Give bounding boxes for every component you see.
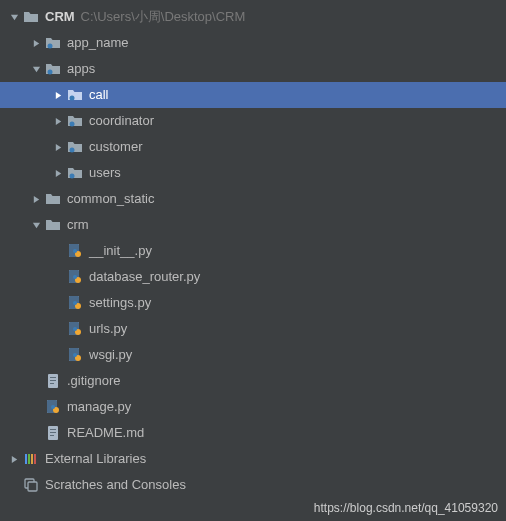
chevron-down-icon[interactable] <box>28 217 44 233</box>
tree-item-label: coordinator <box>89 108 154 134</box>
chevron-right-icon[interactable] <box>28 191 44 207</box>
tree-row-manage.py[interactable]: manage.py <box>0 394 506 420</box>
svg-point-1 <box>48 70 53 75</box>
tree-row-settings.py[interactable]: settings.py <box>0 290 506 316</box>
project-tree[interactable]: CRMC:\Users\小周\Desktop\CRMapp_nameappsca… <box>0 0 506 498</box>
svg-rect-27 <box>50 377 56 378</box>
svg-rect-36 <box>50 432 56 433</box>
tree-item-label: README.md <box>67 420 144 446</box>
pyfile-icon <box>66 346 84 364</box>
chevron-down-icon[interactable] <box>6 9 22 25</box>
tree-item-label: app_name <box>67 30 128 56</box>
chevron-right-icon[interactable] <box>6 451 22 467</box>
folder-icon <box>44 190 62 208</box>
tree-item-label: users <box>89 160 121 186</box>
tree-row-app_name[interactable]: app_name <box>0 30 506 56</box>
tree-item-label: database_router.py <box>89 264 200 290</box>
package-icon <box>44 60 62 78</box>
tree-item-label: call <box>89 82 109 108</box>
tree-item-label: External Libraries <box>45 446 146 472</box>
tree-item-label: Scratches and Consoles <box>45 472 186 498</box>
root-path: C:\Users\小周\Desktop\CRM <box>81 4 246 30</box>
package-icon <box>66 164 84 182</box>
tree-item-label: crm <box>67 212 89 238</box>
svg-point-2 <box>70 96 75 101</box>
tree-row-users[interactable]: users <box>0 160 506 186</box>
tree-row-crm[interactable]: crm <box>0 212 506 238</box>
svg-rect-37 <box>50 435 54 436</box>
tree-row-coordinator[interactable]: coordinator <box>0 108 506 134</box>
tree-row-__init__.py[interactable]: __init__.py <box>0 238 506 264</box>
tree-item-label: .gitignore <box>67 368 120 394</box>
chevron-down-icon[interactable] <box>28 61 44 77</box>
svg-rect-28 <box>50 380 56 381</box>
textfile-icon <box>44 424 62 442</box>
svg-point-9 <box>73 249 77 253</box>
pyfile-icon <box>66 320 84 338</box>
tree-item-label: manage.py <box>67 394 131 420</box>
package-icon <box>66 112 84 130</box>
folder-icon <box>22 8 40 26</box>
svg-point-21 <box>73 327 77 331</box>
tree-row-urls.py[interactable]: urls.py <box>0 316 506 342</box>
chevron-right-icon[interactable] <box>50 87 66 103</box>
pyfile-icon <box>44 398 62 416</box>
svg-rect-43 <box>28 482 37 491</box>
chevron-right-icon[interactable] <box>28 35 44 51</box>
svg-rect-40 <box>31 454 33 464</box>
tree-row-call[interactable]: call <box>0 82 506 108</box>
svg-rect-35 <box>50 429 56 430</box>
pyfile-icon <box>66 268 84 286</box>
tree-row-Scratches and Consoles[interactable]: Scratches and Consoles <box>0 472 506 498</box>
textfile-icon <box>44 372 62 390</box>
watermark: https://blog.csdn.net/qq_41059320 <box>314 501 498 515</box>
tree-item-label: apps <box>67 56 95 82</box>
svg-point-17 <box>73 301 77 305</box>
package-icon <box>66 138 84 156</box>
tree-row-wsgi.py[interactable]: wsgi.py <box>0 342 506 368</box>
package-icon <box>44 34 62 52</box>
tree-item-label: urls.py <box>89 316 127 342</box>
library-icon <box>22 450 40 468</box>
tree-item-label: customer <box>89 134 142 160</box>
tree-row-README.md[interactable]: README.md <box>0 420 506 446</box>
chevron-right-icon[interactable] <box>50 165 66 181</box>
tree-row-External Libraries[interactable]: External Libraries <box>0 446 506 472</box>
chevron-right-icon[interactable] <box>50 139 66 155</box>
svg-point-5 <box>70 174 75 179</box>
tree-item-label: common_static <box>67 186 154 212</box>
tree-row-customer[interactable]: customer <box>0 134 506 160</box>
scratch-icon <box>22 476 40 494</box>
svg-rect-38 <box>25 454 27 464</box>
pyfile-icon <box>66 294 84 312</box>
pyfile-icon <box>66 242 84 260</box>
folder-icon <box>44 216 62 234</box>
package-icon <box>66 86 84 104</box>
svg-point-25 <box>73 353 77 357</box>
svg-rect-29 <box>50 383 54 384</box>
tree-row-.gitignore[interactable]: .gitignore <box>0 368 506 394</box>
tree-row-common_static[interactable]: common_static <box>0 186 506 212</box>
tree-row-CRM[interactable]: CRMC:\Users\小周\Desktop\CRM <box>0 4 506 30</box>
tree-item-label: settings.py <box>89 290 151 316</box>
tree-row-apps[interactable]: apps <box>0 56 506 82</box>
tree-row-database_router.py[interactable]: database_router.py <box>0 264 506 290</box>
svg-point-4 <box>70 148 75 153</box>
root-name: CRM <box>45 4 75 30</box>
svg-rect-41 <box>34 454 36 464</box>
svg-point-3 <box>70 122 75 127</box>
tree-item-label: wsgi.py <box>89 342 132 368</box>
chevron-right-icon[interactable] <box>50 113 66 129</box>
svg-point-13 <box>73 275 77 279</box>
svg-point-33 <box>51 405 55 409</box>
tree-item-label: __init__.py <box>89 238 152 264</box>
svg-rect-39 <box>28 454 30 464</box>
svg-point-0 <box>48 44 53 49</box>
